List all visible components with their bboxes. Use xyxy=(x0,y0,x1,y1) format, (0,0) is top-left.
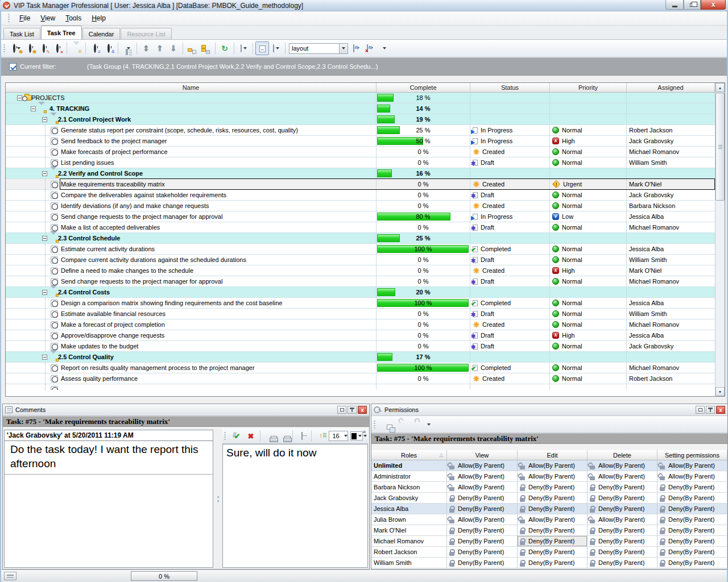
font-size-combobox[interactable]: 16 xyxy=(329,431,348,441)
permission-cell[interactable]: Allow(By Parent) xyxy=(447,471,518,481)
tab-task-list[interactable]: Task List xyxy=(3,28,40,39)
tab-task-tree[interactable]: Task Tree xyxy=(41,26,82,39)
columns-button[interactable] xyxy=(269,41,283,55)
permission-cell[interactable]: Deny(By Parent) xyxy=(447,547,518,557)
delete-task-button[interactable]: × xyxy=(51,41,64,55)
task-group-row[interactable]: 2.1 Control Project Work19 % xyxy=(6,114,715,125)
menu-item-tools[interactable]: Tools xyxy=(60,13,86,24)
permission-row[interactable]: Jack GrabovskyDeny(By Parent)Deny(By Par… xyxy=(371,493,727,504)
task-row[interactable]: Assess quality performance0 %✳CreatedNor… xyxy=(6,373,715,384)
new-task-button[interactable]: ✱ xyxy=(10,41,23,55)
permission-cell[interactable]: Deny(By Parent) xyxy=(588,547,657,557)
permission-cell[interactable]: Allow(By Parent) xyxy=(518,460,588,471)
permission-cell[interactable]: Deny(By Parent) xyxy=(447,558,518,568)
permissions-column-header-view[interactable]: View xyxy=(447,450,518,460)
task-row[interactable] xyxy=(6,384,715,390)
print-preview-button[interactable] xyxy=(276,429,290,443)
font-color-picker[interactable] xyxy=(350,431,363,440)
permission-cell[interactable]: Deny(By Parent) xyxy=(657,482,727,492)
permission-cell[interactable]: Deny(By Parent) xyxy=(657,558,727,568)
permission-cell[interactable]: Allow(By Parent) xyxy=(447,482,518,492)
print-button[interactable] xyxy=(263,429,276,443)
minimize-button[interactable] xyxy=(665,0,684,10)
apply-comment-button[interactable]: ✔ xyxy=(230,429,244,443)
vertical-scrollbar[interactable]: ▲ ▼ xyxy=(715,83,725,396)
new-subtask-button[interactable]: ✱ xyxy=(23,41,37,55)
edit-task-button[interactable]: ✎ xyxy=(37,41,51,55)
permission-cell[interactable]: Allow(By Parent) xyxy=(447,514,518,525)
comments-pin-button[interactable] xyxy=(348,406,357,414)
permission-cell[interactable]: Deny(By Parent) xyxy=(447,536,518,546)
comments-splitter[interactable] xyxy=(214,430,222,568)
permission-row[interactable]: William SmithDeny(By Parent)Deny(By Pare… xyxy=(371,558,727,568)
filter-button[interactable] xyxy=(69,41,83,55)
task-row[interactable]: Compare the deliverables against stakeho… xyxy=(6,190,715,201)
permission-cell[interactable]: Deny(By Parent) xyxy=(657,514,727,525)
permission-cell[interactable]: Deny(By Parent) xyxy=(657,493,727,503)
task-group-row[interactable]: 4. TRACKING14 % xyxy=(6,103,715,114)
copy-permissions-button[interactable] xyxy=(380,418,394,431)
task-row[interactable]: Make a forecast of project completion0 %… xyxy=(6,319,715,330)
comments-restore-button[interactable] xyxy=(337,406,346,414)
permissions-column-header-setting-permissions[interactable]: Setting permissions xyxy=(657,450,727,460)
permission-row[interactable]: Michael RomanovDeny(By Parent)Deny(By Pa… xyxy=(371,536,727,547)
task-row[interactable]: Estimate available financial resources0 … xyxy=(6,309,715,319)
task-row[interactable]: Report on results quality management pro… xyxy=(6,363,715,373)
permission-row[interactable]: AdministratorAllow(By Parent)Allow(By Pa… xyxy=(371,471,727,482)
permission-cell[interactable]: Deny(By Parent) xyxy=(518,482,588,492)
permission-cell[interactable]: Deny(By Parent) xyxy=(518,558,588,568)
permission-cell[interactable]: Deny(By Parent) xyxy=(588,525,657,535)
scroll-down-button[interactable]: ▼ xyxy=(715,387,725,396)
collapse-expander-icon[interactable] xyxy=(42,290,47,295)
move-up-down-button[interactable]: ⇕ xyxy=(139,41,153,55)
permission-cell[interactable]: Deny(By Parent) xyxy=(657,525,727,535)
permission-cell[interactable]: Allow(By Parent) xyxy=(657,471,727,481)
move-down-button[interactable]: ⇓ xyxy=(167,41,180,55)
permission-cell[interactable]: Allow(By Parent) xyxy=(657,460,727,471)
task-group-row[interactable]: 2.2 Verify and Control Scope16 % xyxy=(6,168,715,179)
task-row[interactable]: Compare current activity durations again… xyxy=(6,255,715,265)
indent-task-button[interactable]: ≡ xyxy=(88,41,102,55)
task-row[interactable]: Define a need to make changes to the sch… xyxy=(6,265,715,276)
task-row[interactable]: Design a comparison matrix showing findi… xyxy=(6,298,715,309)
permissions-pin-button[interactable] xyxy=(706,406,715,414)
task-row[interactable]: Make a list of accepted deliverables0 %✱… xyxy=(6,222,715,233)
cancel-comment-button[interactable]: ✖ xyxy=(244,429,258,443)
collapse-expander-icon[interactable] xyxy=(42,171,47,176)
permission-cell[interactable]: Deny(By Parent) xyxy=(588,493,657,503)
permissions-close-button[interactable]: x xyxy=(716,406,725,414)
text-size-button[interactable]: ↑ xyxy=(314,429,328,443)
task-group-row[interactable]: PROJECTS18 % xyxy=(6,93,715,103)
tab-calendar[interactable]: Calendar xyxy=(82,28,121,39)
task-row[interactable]: Make forecasts of project performance0 %… xyxy=(6,147,715,157)
move-up-button[interactable]: ⇑ xyxy=(153,41,167,55)
task-row[interactable]: Make requirements traceability matrix0 %… xyxy=(6,179,715,190)
permission-cell[interactable]: Deny(By Parent) xyxy=(447,493,518,503)
task-group-row[interactable]: 2.5 Control Quality17 % xyxy=(6,352,715,363)
permission-cell[interactable]: Deny(By Parent) xyxy=(518,547,588,557)
comments-close-button[interactable]: x xyxy=(358,406,367,414)
collapse-expander-icon[interactable] xyxy=(42,236,47,241)
task-group-row[interactable]: 2.3 Control Schedule25 % xyxy=(6,233,715,244)
task-row[interactable]: List pending issues0 %✱DraftNormalWillia… xyxy=(6,157,715,168)
permission-cell[interactable]: Deny(By Parent) xyxy=(518,536,588,546)
column-header-name[interactable]: Name xyxy=(6,83,377,92)
task-group-row[interactable]: 2.4 Control Costs20 % xyxy=(6,287,715,298)
permission-cell[interactable]: Allow(By Parent) xyxy=(588,460,657,471)
paragraph-button[interactable] xyxy=(295,429,309,443)
permission-cell[interactable]: Deny(By Parent) xyxy=(588,504,657,514)
permission-cell[interactable]: Deny(By Parent) xyxy=(588,536,657,546)
task-row[interactable]: Approve/disapprove change requests0 %✱Dr… xyxy=(6,330,715,341)
permission-cell[interactable]: Deny(By Parent) xyxy=(518,504,588,514)
permission-cell[interactable]: Deny(By Parent) xyxy=(657,504,727,514)
combo-dropdown-button[interactable] xyxy=(339,44,348,53)
fit-columns-button[interactable]: ↔ xyxy=(255,41,269,55)
permission-row[interactable]: Mark O'NielDeny(By Parent)Deny(By Parent… xyxy=(371,525,727,536)
task-row[interactable]: Estimate current activity durations100 %… xyxy=(6,244,715,255)
collapse-expander-icon[interactable] xyxy=(31,106,36,111)
menu-item-help[interactable]: Help xyxy=(86,13,111,24)
task-row[interactable]: Send change requests to the project mana… xyxy=(6,211,715,222)
permission-cell[interactable]: Deny(By Parent) xyxy=(588,558,657,568)
permission-cell[interactable]: Deny(By Parent) xyxy=(518,493,588,503)
task-row[interactable]: Send change requests to the project mana… xyxy=(6,276,715,287)
